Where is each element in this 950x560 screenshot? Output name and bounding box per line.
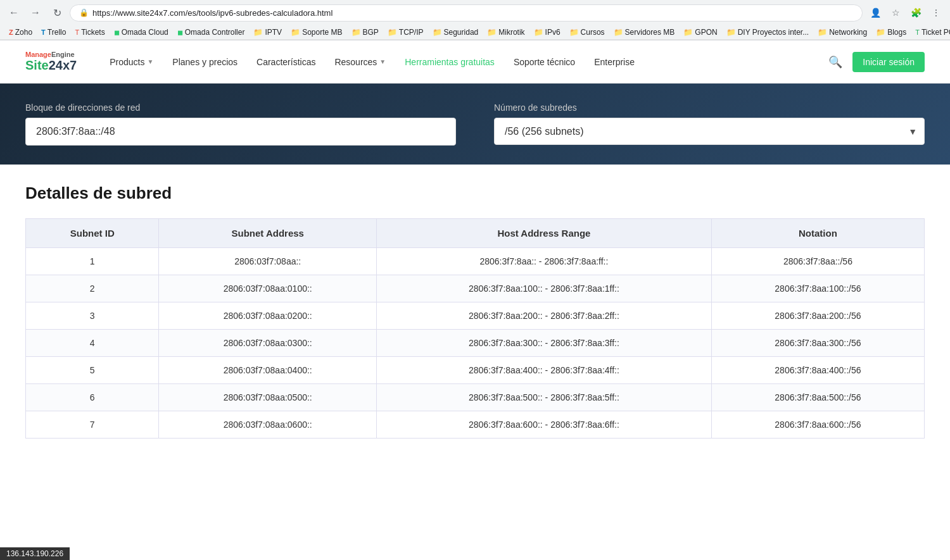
col-host-range: Host Address Range <box>376 219 711 248</box>
browser-toolbar: ← → ↻ 🔒 https://www.site24x7.com/es/tool… <box>0 0 950 25</box>
bookmark-servidores-mb[interactable]: 📁 Servidores MB <box>610 27 679 38</box>
gpon-folder-icon: 📁 <box>683 28 693 37</box>
cell-range: 2806:3f7:8aa:500:: - 2806:3f7:8aa:5ff:: <box>376 384 711 411</box>
bookmark-omada-controller[interactable]: ◼ Omada Controller <box>174 27 249 38</box>
nav-enterprise[interactable]: Enterprise <box>586 52 642 72</box>
menu-button[interactable]: ⋮ <box>927 4 945 22</box>
logo-container: ManageEngine Site24x7 <box>25 51 77 73</box>
subnet-table: Subnet ID Subnet Address Host Address Ra… <box>25 218 925 439</box>
nav-products[interactable]: Products ▼ <box>102 52 161 72</box>
cell-notation: 2806:3f7:8aa::/56 <box>711 248 924 275</box>
table-row: 2 2806:03f7:08aa:0100:: 2806:3f7:8aa:100… <box>26 275 925 302</box>
table-row: 3 2806:03f7:08aa:0200:: 2806:3f7:8aa:200… <box>26 302 925 330</box>
cell-address: 2806:03f7:08aa:0600:: <box>159 411 376 439</box>
back-button[interactable]: ← <box>5 4 23 22</box>
cell-id: 6 <box>26 384 159 411</box>
tcpip-folder-icon: 📁 <box>388 28 397 37</box>
col-subnet-address: Subnet Address <box>159 219 376 248</box>
omada-controller-icon: ◼ <box>177 28 183 37</box>
nav-planes[interactable]: Planes y precios <box>165 52 245 72</box>
logo-link[interactable]: ManageEngine Site24x7 <box>25 51 77 73</box>
url-text: https://www.site24x7.com/es/tools/ipv6-s… <box>92 8 332 18</box>
table-row: 5 2806:03f7:08aa:0400:: 2806:3f7:8aa:400… <box>26 357 925 384</box>
nav-right: 🔍 Iniciar sesión <box>823 50 925 74</box>
address-bar[interactable]: 🔒 https://www.site24x7.com/es/tools/ipv6… <box>70 4 863 22</box>
col-subnet-id: Subnet ID <box>26 219 159 248</box>
bookmark-networking[interactable]: 📁 Networking <box>814 27 871 38</box>
cell-notation: 2806:3f7:8aa:600::/56 <box>711 411 924 439</box>
cell-id: 1 <box>26 248 159 275</box>
subnets-select-wrapper: /56 (256 subnets) ▼ <box>494 118 925 145</box>
bookmarks-bar: Z Zoho T Trello T Tickets ◼ Omada Cloud … <box>0 25 950 40</box>
cell-range: 2806:3f7:8aa:: - 2806:3f7:8aa:ff:: <box>376 248 711 275</box>
forward-button[interactable]: → <box>27 4 44 22</box>
bgp-folder-icon: 📁 <box>352 28 361 37</box>
cell-notation: 2806:3f7:8aa:300::/56 <box>711 330 924 357</box>
bookmark-mikrotik[interactable]: 📁 Mikrotik <box>483 27 528 38</box>
manage-engine-logo: ManageEngine <box>25 51 77 58</box>
trello-icon: T <box>41 28 46 36</box>
profile-button[interactable]: 👤 <box>866 4 884 22</box>
networking-folder-icon: 📁 <box>818 28 827 37</box>
browser-chrome: ← → ↻ 🔒 https://www.site24x7.com/es/tool… <box>0 0 950 40</box>
subnets-select[interactable]: /56 (256 subnets) <box>494 118 925 145</box>
cell-notation: 2806:3f7:8aa:400::/56 <box>711 357 924 384</box>
nav-herramientas[interactable]: Herramientas gratuitas <box>397 52 502 72</box>
products-chevron-icon: ▼ <box>147 58 153 65</box>
cell-range: 2806:3f7:8aa:200:: - 2806:3f7:8aa:2ff:: <box>376 302 711 330</box>
star-button[interactable]: ☆ <box>887 4 904 22</box>
cell-notation: 2806:3f7:8aa:200::/56 <box>711 302 924 330</box>
cell-address: 2806:03f7:08aa:0300:: <box>159 330 376 357</box>
nav-resources[interactable]: Resources ▼ <box>327 52 393 72</box>
cell-range: 2806:3f7:8aa:400:: - 2806:3f7:8aa:4ff:: <box>376 357 711 384</box>
bookmark-trello[interactable]: T Trello <box>37 27 70 38</box>
search-button[interactable]: 🔍 <box>823 50 847 74</box>
table-row: 4 2806:03f7:08aa:0300:: 2806:3f7:8aa:300… <box>26 330 925 357</box>
site-header: ManageEngine Site24x7 Products ▼ Planes … <box>0 40 950 84</box>
bookmark-omada-cloud[interactable]: ◼ Omada Cloud <box>110 27 172 38</box>
cursos-folder-icon: 📁 <box>569 28 579 37</box>
bookmark-cursos[interactable]: 📁 Cursos <box>566 27 609 38</box>
nav-soporte[interactable]: Soporte técnico <box>506 52 583 72</box>
tickets-icon: T <box>75 28 79 36</box>
cell-range: 2806:3f7:8aa:300:: - 2806:3f7:8aa:3ff:: <box>376 330 711 357</box>
iptv-folder-icon: 📁 <box>253 28 263 37</box>
hero-section: Bloque de direcciones de red Número de s… <box>0 84 950 165</box>
lock-icon: 🔒 <box>79 8 89 17</box>
bookmark-gpon[interactable]: 📁 GPON <box>680 27 721 38</box>
cell-id: 3 <box>26 302 159 330</box>
servidores-folder-icon: 📁 <box>614 28 623 37</box>
bookmark-ticket-pctv[interactable]: T Ticket PCTV <box>911 27 950 38</box>
cell-id: 4 <box>26 330 159 357</box>
ticket-pctv-icon: T <box>915 28 920 36</box>
main-content: Detalles de subred Subnet ID Subnet Addr… <box>0 165 950 457</box>
bookmark-blogs[interactable]: 📁 Blogs <box>872 27 910 38</box>
bookmark-bgp[interactable]: 📁 BGP <box>348 27 383 38</box>
bookmark-zoho[interactable]: Z Zoho <box>5 27 36 38</box>
cell-id: 7 <box>26 411 159 439</box>
reload-button[interactable]: ↻ <box>48 4 66 22</box>
cell-address: 2806:03f7:08aa:0100:: <box>159 275 376 302</box>
zoho-icon: Z <box>9 28 13 36</box>
section-title: Detalles de subred <box>25 184 925 203</box>
bookmark-tickets[interactable]: T Tickets <box>71 27 108 38</box>
bookmark-iptv[interactable]: 📁 IPTV <box>250 27 286 38</box>
nav-caracteristicas[interactable]: Características <box>249 52 323 72</box>
site24x7-logo: Site24x7 <box>25 58 77 73</box>
cell-range: 2806:3f7:8aa:100:: - 2806:3f7:8aa:1ff:: <box>376 275 711 302</box>
subnets-label: Número de subredes <box>494 103 925 113</box>
iniciar-sesion-button[interactable]: Iniciar sesión <box>852 52 925 72</box>
cell-range: 2806:3f7:8aa:600:: - 2806:3f7:8aa:6ff:: <box>376 411 711 439</box>
bookmark-tcpip[interactable]: 📁 TCP/IP <box>384 27 428 38</box>
browser-actions: 👤 ☆ 🧩 ⋮ <box>866 4 945 22</box>
network-block-section: Bloque de direcciones de red <box>25 103 456 146</box>
bookmark-soporte-mb[interactable]: 📁 Soporte MB <box>287 27 346 38</box>
bookmark-seguridad[interactable]: 📁 Seguridad <box>429 27 483 38</box>
bookmark-diy[interactable]: 📁 DIY Proyectos inter... <box>723 27 813 38</box>
mikrotik-folder-icon: 📁 <box>487 28 497 37</box>
bookmark-ipv6[interactable]: 📁 IPv6 <box>530 27 564 38</box>
network-block-input[interactable] <box>25 118 456 146</box>
cell-address: 2806:03f7:08aa:0500:: <box>159 384 376 411</box>
cell-id: 2 <box>26 275 159 302</box>
extensions-button[interactable]: 🧩 <box>907 4 925 22</box>
